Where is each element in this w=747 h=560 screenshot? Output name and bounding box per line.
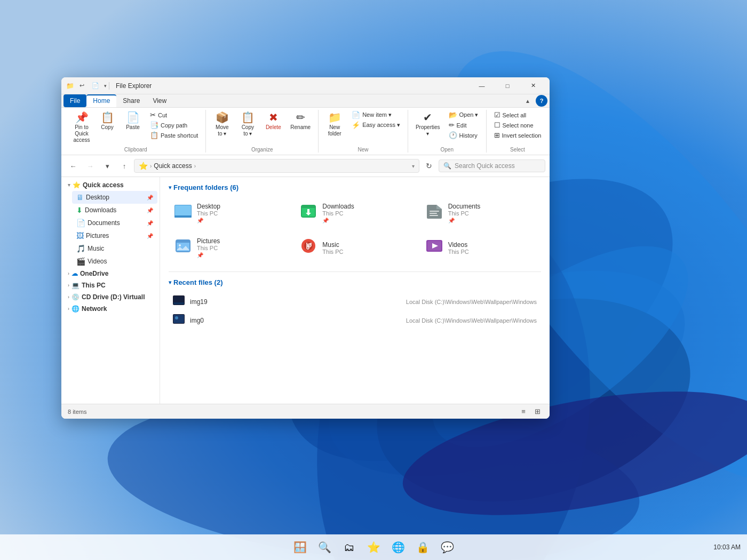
select-none-button[interactable]: ☐ Select none bbox=[491, 120, 545, 130]
sidebar-onedrive-header[interactable]: › ☁ OneDrive bbox=[63, 268, 157, 279]
new-small-items: 📄 New item ▾ ⚡ Easy access ▾ bbox=[348, 110, 403, 130]
copy-button[interactable]: 📋 Copy bbox=[96, 110, 119, 133]
address-path[interactable]: ⭐ › Quick access › ▾ bbox=[134, 159, 419, 173]
svg-point-27 bbox=[175, 316, 178, 319]
invert-selection-button[interactable]: ⊞ Invert selection bbox=[491, 130, 545, 140]
taskbar-lock-button[interactable]: 🔒 bbox=[411, 535, 434, 559]
cd-drive-label: CD Drive (D:) Virtuall bbox=[82, 293, 145, 301]
tab-file[interactable]: File bbox=[63, 94, 86, 107]
invert-selection-label: Invert selection bbox=[502, 132, 542, 139]
taskbar-chat-button[interactable]: 💬 bbox=[435, 535, 459, 559]
recent-files-header[interactable]: ▾ Recent files (2) bbox=[169, 278, 541, 286]
sidebar-this-pc-header[interactable]: › 💻 This PC bbox=[63, 279, 157, 291]
folder-card-downloads[interactable]: Downloads This PC 📌 bbox=[294, 198, 415, 228]
maximize-button[interactable]: □ bbox=[495, 77, 520, 94]
ribbon-group-clipboard: 📌 Pin to Quickaccess 📋 Copy 📄 Paste ✂ Cu… bbox=[66, 110, 206, 153]
open-button[interactable]: 📂 Open ▾ bbox=[446, 110, 482, 120]
sidebar-item-downloads[interactable]: ⬇ Downloads 📌 bbox=[72, 204, 157, 217]
address-dropdown-arrow[interactable]: ▾ bbox=[412, 163, 415, 169]
quick-toolbar-dropdown[interactable]: ▾ bbox=[104, 83, 107, 89]
copy-path-button[interactable]: 📑 Copy path bbox=[147, 120, 201, 130]
frequent-folders-header[interactable]: ▾ Frequent folders (6) bbox=[169, 183, 541, 191]
taskbar-widgets-button[interactable]: ⭐ bbox=[362, 535, 385, 559]
properties-icon: ✔ bbox=[423, 112, 432, 123]
folder-icon: 📁 bbox=[66, 82, 74, 90]
file-item-img0[interactable]: img0 Local Disk (C:)\Windows\Web\Wallpap… bbox=[169, 311, 541, 329]
folder-card-music[interactable]: Music This PC bbox=[294, 233, 415, 263]
tiles-view-button[interactable]: ⊞ bbox=[531, 406, 543, 418]
minimize-button[interactable]: — bbox=[470, 77, 494, 94]
forward-button[interactable]: → bbox=[83, 158, 98, 173]
help-button[interactable]: ? bbox=[536, 95, 547, 107]
network-expand-icon: › bbox=[68, 306, 69, 311]
sidebar-item-videos[interactable]: 🎬 Videos bbox=[72, 255, 157, 268]
svg-rect-24 bbox=[173, 302, 184, 305]
up-button[interactable]: ↑ bbox=[117, 158, 132, 173]
sidebar-item-pictures[interactable]: 🖼 Pictures 📌 bbox=[72, 229, 157, 242]
cut-icon: ✂ bbox=[150, 111, 156, 119]
sidebar-cd-drive-header[interactable]: › 💿 CD Drive (D:) Virtuall bbox=[63, 291, 157, 303]
move-to-button[interactable]: 📦 Moveto ▾ bbox=[210, 110, 234, 139]
taskbar-edge-button[interactable]: 🌐 bbox=[386, 535, 410, 559]
window-title: File Explorer bbox=[116, 82, 470, 90]
folder-card-desktop[interactable]: Desktop This PC 📌 bbox=[169, 198, 290, 228]
copy-to-button[interactable]: 📋 Copyto ▾ bbox=[236, 110, 259, 139]
delete-button[interactable]: ✖ Delete bbox=[261, 110, 285, 133]
edit-icon: ✏ bbox=[449, 121, 455, 129]
history-button[interactable]: 🕐 History bbox=[446, 130, 482, 140]
folder-pictures-location: This PC bbox=[197, 245, 220, 251]
onedrive-expand-icon: › bbox=[68, 271, 69, 276]
taskbar-search-button[interactable]: 🔍 bbox=[313, 535, 336, 559]
cut-button[interactable]: ✂ Cut bbox=[147, 110, 201, 120]
properties-quick-button[interactable]: 📄 bbox=[89, 79, 102, 92]
pin-to-quick-access-button[interactable]: 📌 Pin to Quickaccess bbox=[70, 110, 93, 146]
select-group-label: Select bbox=[491, 146, 545, 153]
edit-button[interactable]: ✏ Edit bbox=[446, 120, 482, 130]
sidebar-quick-access-header[interactable]: ▾ ⭐ Quick access bbox=[63, 179, 157, 191]
folder-card-pictures[interactable]: Pictures This PC 📌 bbox=[169, 233, 290, 263]
sidebar-network-header[interactable]: › 🌐 Network bbox=[63, 303, 157, 315]
rename-button[interactable]: ✏ Rename bbox=[287, 110, 314, 133]
close-button[interactable]: ✕ bbox=[521, 77, 545, 94]
easy-access-label: Easy access ▾ bbox=[362, 122, 400, 129]
folder-desktop-location: This PC bbox=[197, 210, 220, 217]
easy-access-button[interactable]: ⚡ Easy access ▾ bbox=[348, 120, 403, 130]
folder-card-documents[interactable]: Documents This PC 📌 bbox=[420, 198, 541, 228]
new-item-button[interactable]: 📄 New item ▾ bbox=[348, 110, 403, 120]
desktop-icon: 🖥 bbox=[76, 193, 84, 202]
recent-files-title: Recent files (2) bbox=[173, 278, 222, 286]
folder-videos-name: Videos bbox=[448, 241, 469, 249]
back-button[interactable]: ← bbox=[66, 158, 81, 173]
search-box[interactable]: 🔍 Search Quick access bbox=[439, 159, 545, 172]
list-view-button[interactable]: ≡ bbox=[518, 406, 529, 418]
file-item-img19[interactable]: img19 Local Disk (C:)\Windows\Web\Wallpa… bbox=[169, 293, 541, 310]
onedrive-icon: ☁ bbox=[71, 270, 78, 277]
undo-button[interactable]: ↩ bbox=[75, 79, 88, 92]
sidebar-item-documents[interactable]: 📄 Documents 📌 bbox=[72, 217, 157, 229]
pictures-icon: 🖼 bbox=[76, 231, 84, 240]
folder-card-videos[interactable]: Videos This PC bbox=[420, 233, 541, 263]
select-all-button[interactable]: ☑ Select all bbox=[491, 110, 545, 120]
this-pc-icon: 💻 bbox=[71, 282, 80, 289]
documents-pin-icon: 📌 bbox=[147, 220, 153, 226]
copy-path-icon: 📑 bbox=[150, 121, 158, 129]
tab-home[interactable]: Home bbox=[86, 94, 116, 107]
sidebar-item-desktop[interactable]: 🖥 Desktop 📌 bbox=[72, 191, 157, 204]
new-folder-button[interactable]: 📁 Newfolder bbox=[323, 110, 346, 139]
paste-shortcut-button[interactable]: 📋 Paste shortcut bbox=[147, 130, 201, 140]
tab-share[interactable]: Share bbox=[116, 94, 146, 107]
sidebar-item-music[interactable]: 🎵 Music bbox=[72, 242, 157, 255]
delete-label: Delete bbox=[266, 124, 281, 131]
refresh-button[interactable]: ↻ bbox=[422, 158, 436, 173]
taskbar-taskview-button[interactable]: 🗂 bbox=[337, 535, 361, 559]
ribbon-collapse-button[interactable]: ▲ bbox=[522, 95, 534, 107]
folder-music-name: Music bbox=[322, 241, 343, 249]
rename-label: Rename bbox=[290, 124, 311, 131]
clipboard-group-label: Clipboard bbox=[70, 146, 201, 153]
taskbar-start-button[interactable]: 🪟 bbox=[288, 535, 312, 559]
paste-button[interactable]: 📄 Paste bbox=[121, 110, 145, 133]
tab-view[interactable]: View bbox=[146, 94, 173, 107]
properties-button[interactable]: ✔ Properties ▾ bbox=[412, 110, 443, 139]
copy-to-icon: 📋 bbox=[241, 112, 255, 123]
recent-locations-button[interactable]: ▾ bbox=[100, 158, 115, 173]
